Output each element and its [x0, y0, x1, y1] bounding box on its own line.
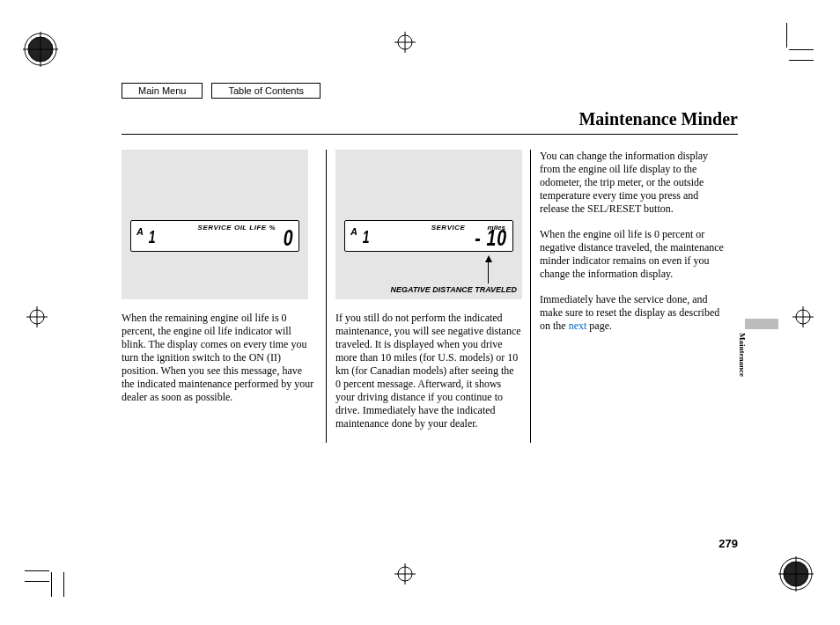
crop-mark	[789, 60, 814, 61]
lcd-value: 0	[283, 224, 293, 252]
arrow-line	[488, 262, 489, 283]
registration-mark-icon	[394, 563, 447, 616]
crop-mark	[789, 49, 814, 50]
title-rule	[122, 134, 738, 135]
page-title: Maintenance Minder	[578, 109, 738, 129]
registration-mark-icon	[792, 306, 840, 359]
crop-mark	[25, 581, 49, 582]
registration-mark-icon	[394, 32, 447, 85]
column-2: A 1 SERVICE miles - 10 NEGATIVE DISTANCE…	[326, 150, 521, 443]
crop-mark	[63, 572, 64, 597]
body-text-fragment: Immediately have the service done, and m…	[540, 293, 719, 332]
column-3: You can change the information display f…	[530, 150, 726, 443]
body-text: If you still do not perform the indicate…	[335, 312, 521, 430]
registration-mark-icon	[26, 306, 79, 359]
section-tab-label: Maintenance	[738, 333, 747, 377]
body-text-fragment: page.	[586, 320, 612, 332]
body-text: You can change the information display f…	[540, 150, 726, 216]
registration-mark-icon	[23, 32, 76, 85]
nav-bar: Main Menu Table of Contents	[122, 83, 321, 99]
figure-caption: NEGATIVE DISTANCE TRAVELED	[335, 285, 517, 294]
lcd-prefix-letter: A	[136, 226, 144, 237]
lcd-prefix-num: 1	[149, 227, 156, 247]
crop-mark	[51, 572, 52, 597]
lcd-display: A 1 SERVICE OIL LIFE % 0	[130, 220, 299, 252]
lcd-label: SERVICE OIL LIFE %	[175, 224, 276, 232]
content-columns: A 1 SERVICE OIL LIFE % 0 When the remain…	[122, 150, 738, 443]
body-text: When the engine oil life is 0 percent or…	[540, 228, 726, 281]
page-number: 279	[718, 537, 738, 550]
next-page-link[interactable]: next	[569, 320, 587, 332]
lcd-display: A 1 SERVICE miles - 10	[344, 220, 513, 252]
section-tab	[745, 319, 778, 329]
body-text: Immediately have the service done, and m…	[540, 293, 726, 333]
main-menu-button[interactable]: Main Menu	[122, 83, 203, 99]
oil-life-zero-figure: A 1 SERVICE OIL LIFE % 0	[122, 150, 308, 299]
crop-mark	[786, 23, 787, 48]
table-of-contents-button[interactable]: Table of Contents	[211, 83, 321, 99]
arrow-up-icon	[485, 255, 492, 262]
negative-distance-figure: A 1 SERVICE miles - 10 NEGATIVE DISTANCE…	[335, 150, 522, 299]
lcd-value: - 10	[475, 224, 507, 252]
crop-mark	[25, 570, 49, 571]
lcd-prefix-letter: A	[350, 226, 358, 237]
column-1: A 1 SERVICE OIL LIFE % 0 When the remain…	[122, 150, 317, 443]
body-text: When the remaining engine oil life is 0 …	[122, 312, 317, 404]
lcd-prefix-num: 1	[363, 227, 370, 247]
registration-mark-icon	[778, 556, 831, 609]
